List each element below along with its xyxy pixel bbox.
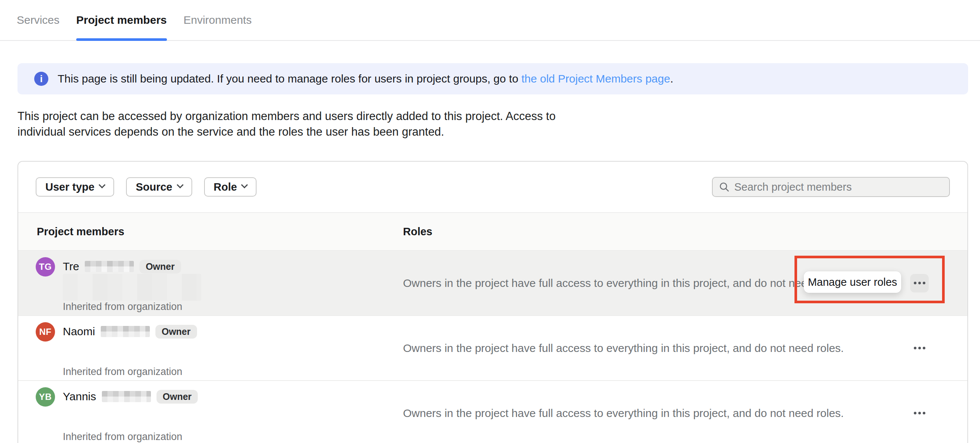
- member-identity: Naomi Owner: [63, 324, 197, 339]
- roles-description: Owners in the project have full access t…: [403, 277, 844, 289]
- avatar: YB: [36, 387, 55, 406]
- column-header-roles: Roles: [403, 225, 433, 238]
- table-row: YB Yannis Owner Inherited from organizat…: [18, 381, 967, 443]
- search-input[interactable]: [734, 181, 943, 193]
- ellipsis-icon: [914, 282, 916, 284]
- member-name: Tre: [63, 260, 79, 273]
- table-row: TG Tre Owner Inherited from organization…: [18, 251, 967, 316]
- table-row: NF Naomi Owner Inherited from organizati…: [18, 316, 967, 381]
- ellipsis-icon: [914, 347, 916, 349]
- info-banner: This page is still being updated. If you…: [18, 63, 968, 94]
- manage-user-roles-button[interactable]: Manage user roles: [804, 271, 901, 293]
- redacted-info-block: [63, 274, 201, 301]
- intro-paragraph: This project can be accessed by organiza…: [18, 108, 980, 140]
- ellipsis-icon: [923, 347, 925, 349]
- avatar: NF: [36, 322, 55, 341]
- row-actions-menu-button[interactable]: [910, 339, 929, 357]
- chevron-down-icon: [99, 181, 105, 188]
- ellipsis-icon: [914, 412, 916, 414]
- user-type-filter-button[interactable]: User type: [36, 177, 114, 197]
- search-box: [712, 177, 950, 197]
- intro-line-1: This project can be accessed by organiza…: [18, 108, 980, 124]
- tab-bar: Services Project members Environments: [0, 0, 980, 41]
- owner-badge: Owner: [155, 325, 197, 338]
- source-filter-button[interactable]: Source: [126, 177, 192, 197]
- search-icon: [719, 181, 730, 192]
- owner-badge: Owner: [139, 260, 181, 273]
- row-actions-menu-button[interactable]: [910, 404, 929, 422]
- row-actions-menu-button[interactable]: [910, 274, 929, 292]
- member-identity: Tre Owner: [63, 259, 181, 274]
- avatar: TG: [36, 257, 55, 276]
- user-type-filter-label: User type: [45, 181, 94, 193]
- chevron-down-icon: [177, 181, 183, 188]
- redacted-name-block: [85, 261, 134, 272]
- tab-project-members[interactable]: Project members: [76, 0, 167, 40]
- roles-description: Owners in the project have full access t…: [403, 407, 844, 419]
- redacted-name-block: [102, 391, 151, 402]
- roles-description: Owners in the project have full access t…: [403, 342, 844, 354]
- table-header: Project members Roles: [18, 213, 967, 251]
- intro-line-2: individual services depends on the servi…: [18, 124, 980, 140]
- member-source-label: Inherited from organization: [63, 366, 182, 378]
- role-filter-label: Role: [214, 181, 237, 193]
- member-name: Yannis: [63, 390, 96, 403]
- old-project-members-link[interactable]: the old Project Members page: [521, 73, 670, 85]
- role-filter-button[interactable]: Role: [204, 177, 257, 197]
- member-name: Naomi: [63, 325, 95, 338]
- column-header-project-members: Project members: [37, 225, 124, 238]
- owner-badge: Owner: [156, 390, 198, 403]
- redacted-name-block: [101, 326, 150, 337]
- tab-environments[interactable]: Environments: [184, 0, 252, 40]
- ellipsis-icon: [923, 282, 925, 284]
- member-source-label: Inherited from organization: [63, 431, 182, 443]
- info-icon: [34, 72, 48, 86]
- member-source-label: Inherited from organization: [63, 301, 182, 313]
- ellipsis-icon: [918, 412, 921, 414]
- source-filter-label: Source: [136, 181, 172, 193]
- banner-text: This page is still being updated. If you…: [57, 73, 673, 85]
- member-identity: Yannis Owner: [63, 389, 198, 404]
- ellipsis-icon: [923, 412, 925, 414]
- chevron-down-icon: [241, 181, 248, 188]
- tab-services[interactable]: Services: [17, 0, 59, 40]
- filter-bar: User type Source Role: [18, 162, 967, 213]
- ellipsis-icon: [918, 282, 921, 284]
- ellipsis-icon: [918, 347, 921, 349]
- project-members-card: User type Source Role Project members Ro…: [18, 161, 968, 443]
